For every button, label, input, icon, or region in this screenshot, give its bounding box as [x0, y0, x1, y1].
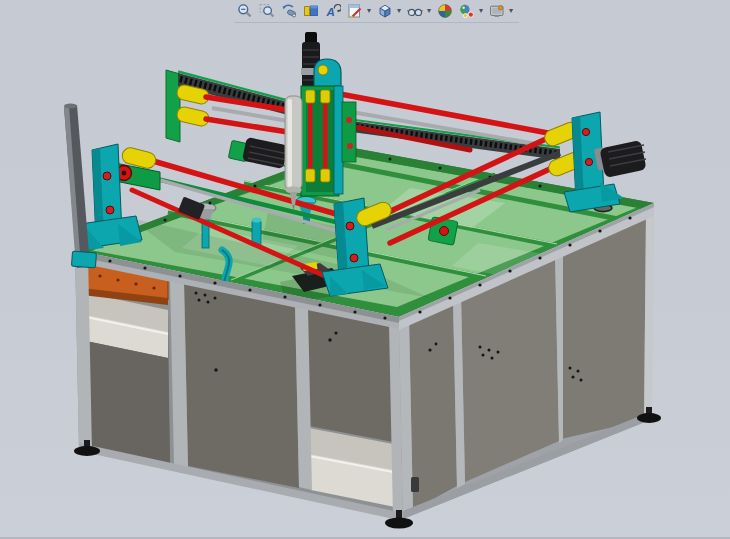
apply-scene-icon[interactable] [458, 3, 475, 20]
edit-appearance-icon[interactable] [436, 3, 453, 20]
zoom-to-area-icon[interactable] [258, 3, 275, 20]
view-settings-dropdown-arrow[interactable]: ▾ [509, 6, 513, 16]
zoom-in-out-icon[interactable] [236, 3, 253, 20]
x-drive-motor[interactable] [228, 137, 288, 169]
3d-model-viewport[interactable] [0, 0, 730, 539]
sketch-page-icon[interactable] [346, 3, 363, 20]
svg-text:A: A [325, 6, 334, 18]
previous-view-icon[interactable] [280, 3, 297, 20]
sketch-dropdown-arrow[interactable]: ▾ [367, 6, 371, 16]
view-toolbar: A ▾ ▾ [234, 1, 519, 23]
view-orientation-icon[interactable] [376, 3, 393, 20]
cad-application-window: A ▾ ▾ [0, 0, 730, 539]
display-style-dropdown-arrow[interactable]: ▾ [427, 6, 431, 16]
view-orientation-dropdown-arrow[interactable]: ▾ [397, 6, 401, 16]
apply-scene-dropdown-arrow[interactable]: ▾ [479, 6, 483, 16]
section-view-icon[interactable] [302, 3, 319, 20]
vent-slot [411, 477, 419, 492]
view-settings-icon[interactable] [488, 3, 505, 20]
annotation-view-icon[interactable]: A [324, 3, 341, 20]
display-style-icon[interactable] [406, 3, 423, 20]
